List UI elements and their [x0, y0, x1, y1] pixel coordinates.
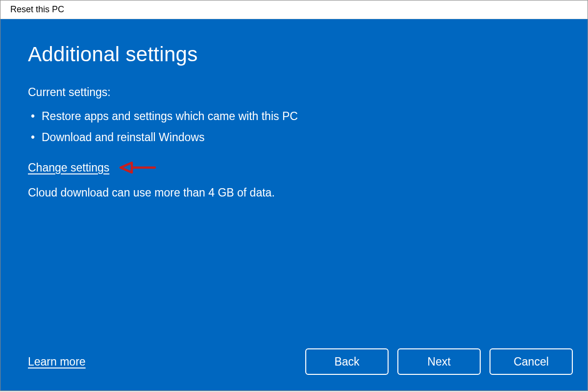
reset-pc-window: Reset this PC Additional settings Curren…: [0, 0, 588, 391]
title-bar: Reset this PC: [0, 0, 588, 19]
learn-more-link[interactable]: Learn more: [28, 355, 86, 368]
footer: Learn more Back Next Cancel: [28, 348, 573, 375]
cloud-download-note: Cloud download can use more than 4 GB of…: [28, 186, 560, 199]
button-row: Back Next Cancel: [305, 348, 573, 375]
settings-item: Restore apps and settings which came wit…: [28, 106, 560, 127]
next-button[interactable]: Next: [397, 348, 481, 375]
content-area: Additional settings Current settings: Re…: [0, 19, 588, 391]
back-button[interactable]: Back: [305, 348, 389, 375]
window-title: Reset this PC: [10, 4, 64, 15]
settings-list: Restore apps and settings which came wit…: [28, 106, 560, 148]
change-settings-link[interactable]: Change settings: [28, 161, 109, 174]
cancel-button[interactable]: Cancel: [490, 348, 573, 375]
page-heading: Additional settings: [28, 43, 560, 66]
change-settings-row: Change settings: [28, 158, 560, 177]
current-settings-label: Current settings:: [28, 86, 560, 99]
settings-item: Download and reinstall Windows: [28, 127, 560, 148]
annotation-arrow-icon: [118, 158, 157, 177]
